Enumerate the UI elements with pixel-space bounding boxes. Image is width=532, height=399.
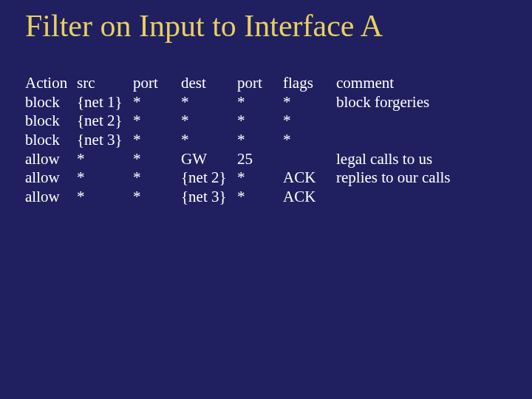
cell-port1: * [133, 188, 181, 207]
cell-dest: {net 3} [181, 188, 237, 207]
cell-src: {net 2} [77, 112, 133, 131]
cell-action: block [25, 131, 77, 150]
cell-action: allow [25, 188, 77, 207]
cell-dest: GW [181, 150, 237, 169]
header-dest: dest [181, 74, 237, 93]
cell-src: {net 3} [77, 131, 133, 150]
cell-comment [336, 131, 514, 150]
cell-port2: * [237, 112, 283, 131]
cell-comment: block forgeries [336, 93, 514, 112]
cell-src: * [77, 168, 133, 188]
cell-port1: * [133, 112, 181, 131]
table-row: allow * * GW 25 legal calls to us [25, 150, 514, 169]
cell-dest: {net 2} [181, 168, 237, 188]
cell-comment: replies to our calls [336, 168, 514, 188]
table-row: allow * * {net 3} * ACK [25, 188, 514, 207]
cell-action: allow [25, 168, 77, 188]
table-row: allow * * {net 2} * ACK replies to our c… [25, 168, 514, 188]
table-row: block {net 1} * * * * block forgeries [25, 93, 514, 112]
cell-dest: * [181, 131, 237, 150]
cell-port1: * [133, 150, 181, 169]
cell-action: block [25, 93, 77, 112]
cell-action: block [25, 112, 77, 131]
slide: Filter on Input to Interface A Action sr… [0, 0, 532, 399]
cell-flags [283, 150, 336, 169]
cell-flags: ACK [283, 188, 336, 207]
cell-port2: * [237, 188, 283, 207]
table-row: block {net 3} * * * * [25, 131, 514, 150]
table-row: block {net 2} * * * * [25, 112, 514, 131]
header-flags: flags [283, 74, 336, 93]
slide-title: Filter on Input to Interface A [25, 9, 514, 43]
cell-port1: * [133, 131, 181, 150]
header-action: Action [25, 74, 77, 93]
cell-flags: * [283, 112, 336, 131]
header-comment: comment [336, 74, 514, 93]
cell-flags: ACK [283, 168, 336, 188]
header-row: Action src port dest port flags comment [25, 74, 514, 93]
cell-action: allow [25, 150, 77, 169]
cell-dest: * [181, 93, 237, 112]
cell-port1: * [133, 93, 181, 112]
cell-port2: * [237, 168, 283, 188]
cell-comment: legal calls to us [336, 150, 514, 169]
cell-src: * [77, 188, 133, 207]
header-port1: port [133, 74, 181, 93]
cell-port2: * [237, 93, 283, 112]
cell-flags: * [283, 93, 336, 112]
cell-src: {net 1} [77, 93, 133, 112]
cell-port2: * [237, 131, 283, 150]
cell-port1: * [133, 168, 181, 188]
cell-comment [336, 112, 514, 131]
cell-comment [336, 188, 514, 207]
header-port2: port [237, 74, 283, 93]
cell-src: * [77, 150, 133, 169]
header-src: src [77, 74, 133, 93]
cell-flags: * [283, 131, 336, 150]
filter-table: Action src port dest port flags comment … [25, 74, 514, 206]
cell-port2: 25 [237, 150, 283, 169]
cell-dest: * [181, 112, 237, 131]
